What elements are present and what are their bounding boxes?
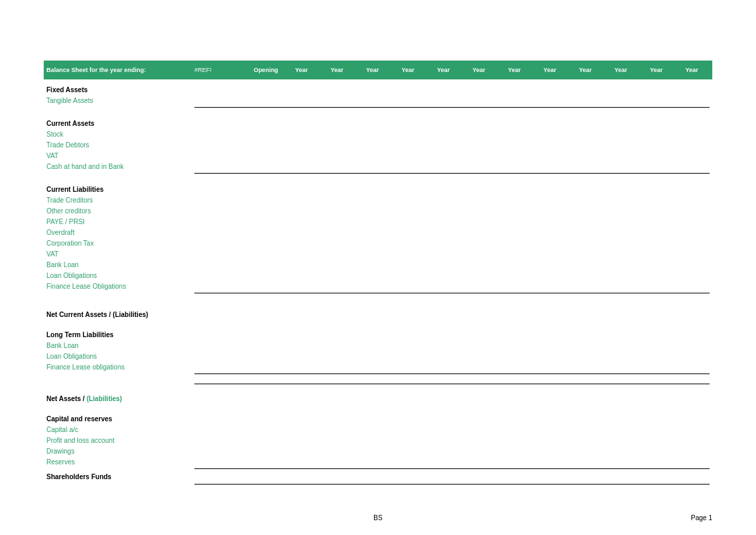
list-item: Finance Lease Obligations — [46, 281, 710, 291]
trade-debtors-label: Trade Debtors — [46, 141, 194, 149]
header-title: Balance Sheet for the year ending: — [46, 67, 194, 73]
list-item: Finance Lease obligations — [46, 361, 710, 372]
cash-label: Cash at hand and in Bank — [46, 163, 194, 170]
col-year-5: Year — [426, 67, 461, 73]
divider-long-term-2 — [46, 384, 710, 384]
divider-fixed-assets — [46, 107, 710, 108]
loan-obligations-lt-label: Loan Obligations — [46, 353, 194, 360]
capital-ac-label: Capital a/c — [46, 426, 194, 433]
list-item: Drawings — [46, 445, 710, 456]
list-item: VAT — [46, 150, 710, 161]
footer-right: Page 1 — [691, 514, 712, 522]
net-current-row: Net Current Assets / (Liabilities) — [46, 308, 710, 320]
list-item: VAT — [46, 248, 710, 259]
finance-lease-cl-label: Finance Lease Obligations — [46, 283, 194, 290]
page-wrapper: Balance Sheet for the year ending: #REF!… — [0, 0, 756, 513]
finance-lease-lt-label: Finance Lease obligations — [46, 363, 194, 371]
header-ref: #REF! — [194, 67, 248, 73]
current-liabilities-header: Current Liabilities — [46, 182, 710, 194]
capital-header: Capital and reserves — [46, 411, 710, 424]
tangible-assets-label: Tangible Assets — [46, 97, 194, 104]
shareholders-funds-label: Shareholders Funds — [46, 473, 194, 480]
col-year-11: Year — [638, 67, 674, 73]
bank-loan-lt-label: Bank Loan — [46, 342, 194, 349]
net-current-label: Net Current Assets / (Liabilities) — [46, 311, 194, 318]
paye-label: PAYE / PRSI — [46, 218, 194, 225]
net-assets-label: Net Assets / (Liabilities) — [46, 395, 194, 402]
overdraft-label: Overdraft — [46, 229, 194, 236]
reserves-label: Reserves — [46, 458, 194, 466]
header-title-text: Balance Sheet for the year ending: — [46, 67, 146, 73]
list-item: Stock — [46, 129, 710, 139]
list-item: Tangible Assets — [46, 95, 710, 106]
list-item: Trade Creditors — [46, 194, 710, 205]
fixed-assets-header: Fixed Assets — [46, 82, 710, 95]
list-item: Reserves — [46, 456, 710, 467]
corporation-tax-label: Corporation Tax — [46, 240, 194, 247]
long-term-liabilities-header: Long Term Liabilities — [46, 327, 710, 340]
list-item: PAYE / PRSI — [46, 216, 710, 227]
shareholders-funds-row: Shareholders Funds — [46, 470, 710, 483]
divider-capital — [46, 468, 710, 469]
col-opening: Opening — [248, 67, 284, 73]
col-year-1: Year — [284, 67, 319, 73]
divider-long-term — [46, 373, 710, 374]
divider-current-assets — [46, 173, 710, 174]
list-item: Other creditors — [46, 205, 710, 216]
col-year-2: Year — [319, 67, 355, 73]
vat-ca-label: VAT — [46, 152, 194, 159]
list-item: Cash at hand and in Bank — [46, 161, 710, 172]
col-year-6: Year — [461, 67, 497, 73]
current-assets-header: Current Assets — [46, 116, 710, 129]
divider-shareholders — [46, 484, 710, 485]
list-item: Loan Obligations — [46, 351, 710, 361]
header-bar: Balance Sheet for the year ending: #REF!… — [44, 61, 712, 79]
divider-current-liabilities — [46, 293, 710, 293]
list-item: Bank Loan — [46, 340, 710, 351]
col-year-7: Year — [496, 67, 532, 73]
list-item: Loan Obligations — [46, 270, 710, 281]
bank-loan-cl-label: Bank Loan — [46, 261, 194, 269]
drawings-label: Drawings — [46, 448, 194, 455]
trade-creditors-label: Trade Creditors — [46, 197, 194, 204]
col-year-9: Year — [568, 67, 603, 73]
col-year-3: Year — [354, 67, 390, 73]
pnl-label: Profit and loss account — [46, 437, 194, 444]
net-assets-row: Net Assets / (Liabilities) — [46, 392, 710, 404]
list-item: Profit and loss account — [46, 435, 710, 445]
footer-center: BS — [373, 514, 382, 522]
col-year-8: Year — [532, 67, 568, 73]
list-item: Overdraft — [46, 227, 710, 238]
loan-obligations-cl-label: Loan Obligations — [46, 272, 194, 279]
list-item: Corporation Tax — [46, 238, 710, 248]
col-year-12: Year — [674, 67, 710, 73]
col-year-10: Year — [603, 67, 639, 73]
stock-label: Stock — [46, 131, 194, 138]
content-area: Fixed Assets Tangible Assets Current Ass… — [44, 79, 712, 485]
list-item: Capital a/c — [46, 424, 710, 435]
col-year-4: Year — [390, 67, 426, 73]
vat-cl-label: VAT — [46, 250, 194, 258]
list-item: Trade Debtors — [46, 139, 710, 150]
list-item: Bank Loan — [46, 259, 710, 270]
other-creditors-label: Other creditors — [46, 207, 194, 215]
